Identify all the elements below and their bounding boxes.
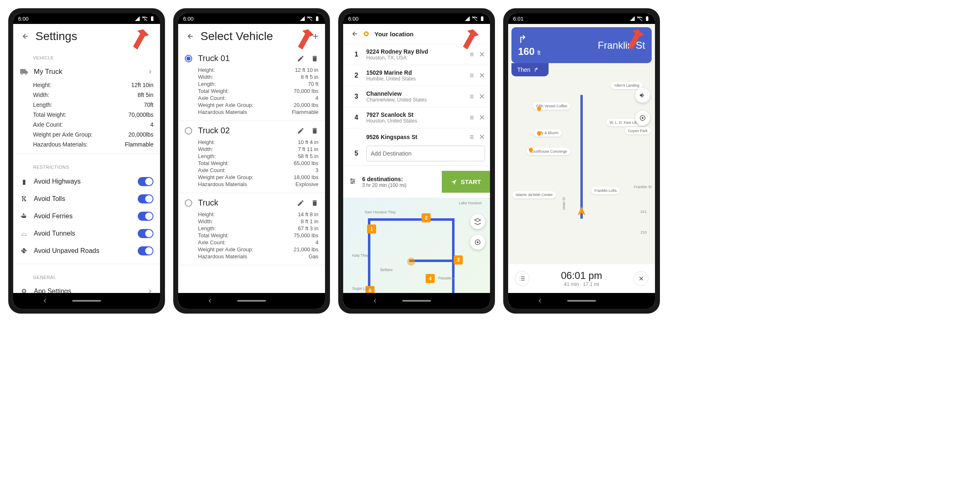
back-icon[interactable]: [20, 32, 29, 41]
toggle-switch[interactable]: [138, 229, 153, 238]
toggle-switch[interactable]: [138, 177, 153, 186]
nav-back-icon[interactable]: [372, 298, 378, 304]
route-summary-bar: 6 destinations: 3 hr 20 min (100 mi) STA…: [343, 165, 490, 198]
back-icon[interactable]: [185, 32, 194, 41]
spec-label: Length:: [198, 81, 216, 87]
remove-dest-button[interactable]: ✕: [479, 92, 485, 101]
toggle-avoid-unpaved[interactable]: ⛖ Avoid Unpaved Roads: [13, 242, 160, 260]
phone-select-vehicle: 6:00 Select Vehicle + Truck 01: [173, 8, 330, 314]
add-destination-input[interactable]: Add Destination: [366, 146, 485, 161]
toggle-switch[interactable]: [138, 212, 153, 221]
toggle-avoid-tolls[interactable]: ⛕ Avoid Tolls: [13, 190, 160, 208]
spec-value: Gas: [309, 253, 318, 260]
drag-handle-icon[interactable]: ≡: [469, 133, 474, 142]
remove-dest-button[interactable]: ✕: [479, 113, 485, 122]
spec-label: Width:: [198, 74, 213, 80]
vehicle-card[interactable]: Truck 02 Height:10 ft 4 inWidth:7 ft 11 …: [178, 121, 325, 193]
toggle-switch[interactable]: [138, 194, 153, 203]
directions-list-button[interactable]: [515, 271, 530, 286]
section-general: GENERAL: [13, 268, 160, 283]
radio-button[interactable]: [185, 199, 192, 207]
drag-handle-icon[interactable]: ≡: [469, 113, 474, 122]
spec-label: Hazardous Materials: [198, 109, 247, 115]
radio-button[interactable]: [185, 127, 192, 135]
truck-icon: [20, 68, 28, 76]
nav-back-icon[interactable]: [207, 298, 213, 304]
pointer-arrow-overlay: [618, 26, 647, 57]
chevron-right-icon: [147, 288, 153, 293]
destination-row[interactable]: 2 15029 Marine Rd Humble, United States …: [343, 65, 490, 86]
nav-back-icon[interactable]: [537, 298, 543, 304]
drag-handle-icon[interactable]: ≡: [469, 92, 474, 101]
nav-home[interactable]: [72, 300, 101, 302]
dest-address: 15029 Marine Rd: [366, 69, 464, 76]
locate-button[interactable]: [470, 235, 485, 250]
spec-label: Hazardous Materials: [198, 181, 247, 187]
vehicle-card[interactable]: Truck Height:14 ft 8 inWidth:8 ft 1 inLe…: [178, 193, 325, 265]
start-button[interactable]: START: [442, 171, 490, 193]
section-restrictions: RESTRICTIONS: [13, 158, 160, 173]
destination-row[interactable]: 59526 Kingspass St≡✕: [343, 128, 490, 142]
turn-right-icon: ↱: [518, 33, 541, 46]
spec-value: 75,000 lbs: [294, 232, 318, 238]
nav-distance: 160: [518, 46, 535, 57]
spec-value: 3: [316, 167, 318, 173]
map-poi-label: Franklin Lofts: [591, 187, 620, 194]
vehicle-card[interactable]: Truck 01 Height:12 ft 10 inWidth:8 ft 5 …: [178, 49, 325, 121]
spec-value: 4: [316, 95, 318, 101]
locate-button[interactable]: [635, 111, 650, 125]
toggle-avoid-tunnels[interactable]: ⌓ Avoid Tunnels: [13, 225, 160, 242]
toggle-avoid-ferries[interactable]: ⛴ Avoid Ferries: [13, 208, 160, 225]
spec-value: 70 ft: [308, 81, 318, 87]
sound-button[interactable]: [635, 88, 650, 103]
delete-icon[interactable]: [311, 127, 318, 135]
back-icon[interactable]: [350, 30, 358, 38]
spec-label: Hazardous Materials: [198, 253, 247, 260]
tune-icon[interactable]: [343, 177, 362, 187]
nav-home[interactable]: [402, 300, 431, 302]
spec-value: 65,000 lbs: [294, 160, 318, 166]
svg-point-9: [351, 179, 352, 180]
toggle-avoid-highways[interactable]: ▮ Avoid Highways: [13, 173, 160, 190]
drag-handle-icon[interactable]: ≡: [469, 71, 474, 80]
nav-distance-unit: ft: [537, 50, 541, 56]
map-marker: 2: [422, 213, 431, 222]
map-poi-label: Bellaire: [380, 268, 393, 272]
battery-icon: [149, 16, 155, 21]
edit-icon[interactable]: [297, 199, 304, 207]
status-time: 6:00: [348, 16, 358, 22]
nav-home[interactable]: [237, 300, 266, 302]
spec-value: 7 ft 11 in: [298, 146, 318, 152]
spec-label: Weight per Axle Group:: [198, 102, 253, 108]
battery-icon: [314, 16, 320, 21]
map-marker: 1: [367, 224, 376, 234]
spec-value: 20,000 lbs: [294, 102, 318, 108]
nav-bottom-bar: 06:01 pm 41 min · 17.1 mi ✕: [508, 264, 655, 293]
destination-row[interactable]: 4 7927 Scanlock St Houston, United State…: [343, 107, 490, 128]
close-nav-button[interactable]: ✕: [634, 271, 648, 286]
nav-back-icon[interactable]: [42, 298, 48, 304]
tunnel-icon: ⌓: [20, 230, 28, 237]
eta-time: 06:01 pm: [536, 270, 627, 281]
map-poi-label: Katy Tlwy: [352, 253, 368, 257]
toggle-switch[interactable]: [138, 246, 153, 255]
nav-home[interactable]: [567, 300, 596, 302]
radio-button[interactable]: [185, 55, 192, 62]
remove-dest-button[interactable]: ✕: [479, 71, 485, 80]
spec-label: Width:: [198, 218, 213, 224]
destination-row[interactable]: 3 Channelview Channelview, United States…: [343, 86, 490, 107]
route-line: [580, 95, 583, 219]
eta-sub: 41 min · 17.1 mi: [536, 281, 627, 287]
spec-label: Axle Count:: [198, 95, 226, 101]
map-preview[interactable]: 1 2 3 4 5 6 Sugar Land Missouri City Bel…: [343, 198, 490, 293]
app-settings-row[interactable]: ⚙ App Settings: [13, 283, 160, 293]
delete-icon[interactable]: [311, 199, 318, 207]
layers-button[interactable]: [470, 214, 485, 229]
remove-dest-button[interactable]: ✕: [479, 132, 485, 142]
nav-then-banner[interactable]: Then ↱: [511, 63, 549, 76]
vehicle-row[interactable]: My Truck: [13, 64, 160, 80]
map-poi-label: Sam Houston Tlwy: [365, 210, 396, 214]
spec-value: 14 ft 8 in: [298, 211, 318, 217]
edit-icon[interactable]: [297, 127, 304, 135]
wifi-off-icon: [142, 16, 148, 21]
